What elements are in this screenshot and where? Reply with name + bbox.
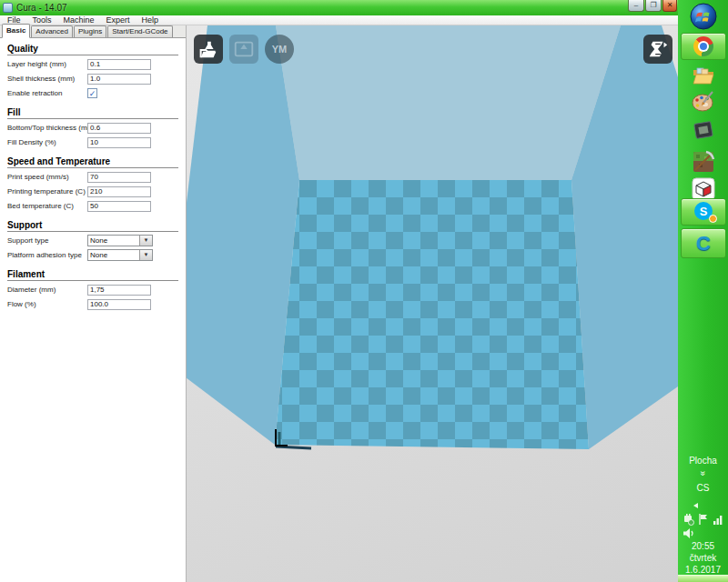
taskbar-explorer-button[interactable] <box>678 65 728 86</box>
setting-dropdown[interactable]: None▼ <box>87 249 153 261</box>
youmagine-label: YM <box>272 44 288 55</box>
network-signal-icon[interactable] <box>712 513 724 526</box>
section-title: Filament <box>7 269 178 281</box>
setting-input[interactable] <box>87 59 151 70</box>
tab-basic[interactable]: Basic <box>2 24 30 38</box>
settings-panel: QualityLayer height (mm)Shell thickness … <box>0 38 186 310</box>
taskbar-cura-button[interactable]: C <box>681 228 726 258</box>
maximize-button[interactable]: ❐ <box>645 0 662 12</box>
menubar: FileToolsMachineExpertHelp <box>0 15 678 25</box>
taskbar: S C Plocha » CS <box>678 0 728 582</box>
load-model-icon <box>197 37 220 61</box>
folder-icon <box>692 65 715 86</box>
start-orb-icon <box>690 3 717 30</box>
dropdown-value: None <box>88 251 139 259</box>
section-title: Support <box>7 220 178 232</box>
setting-label: Shell thickness (mm) <box>7 75 87 83</box>
settings-row: Diameter (mm) <box>7 284 178 296</box>
settings-row: Printing temperature (C) <box>7 186 178 197</box>
titlebar[interactable]: Cura - 14.07 – ❐ ✕ <box>0 0 678 15</box>
tray-expand-button[interactable] <box>678 502 728 509</box>
close-button[interactable]: ✕ <box>662 0 677 12</box>
setting-label: Diameter (mm) <box>7 286 87 294</box>
taskbar-skype-button[interactable]: S <box>681 198 726 226</box>
settings-sidebar: BasicAdvancedPluginsStart/End-GCode Qual… <box>0 25 187 582</box>
tab-plugins[interactable]: Plugins <box>74 25 106 37</box>
setting-label: Fill Density (%) <box>7 138 87 146</box>
toolpath-icon <box>232 37 256 61</box>
settings-row: Platform adhesion typeNone▼ <box>7 249 178 261</box>
taskbar-photo-viewer-button[interactable] <box>678 119 728 141</box>
window-controls: – ❐ ✕ <box>628 0 677 12</box>
tab-advanced[interactable]: Advanced <box>31 25 73 37</box>
section-title: Speed and Temperature <box>7 156 178 168</box>
minimize-button[interactable]: – <box>628 0 644 12</box>
clock-time[interactable]: 20:55 <box>678 541 728 551</box>
desktop-screen: Cura - 14.07 – ❐ ✕ FileToolsMachineExper… <box>0 0 728 582</box>
show-desktop-button[interactable] <box>678 575 728 582</box>
bed-front-edge-shadow <box>276 447 311 448</box>
setting-input[interactable] <box>87 74 151 85</box>
setting-input[interactable] <box>87 172 151 183</box>
language-indicator[interactable]: CS <box>678 483 728 493</box>
tray-expand-arrow-icon <box>693 502 700 509</box>
setting-input[interactable] <box>87 186 151 197</box>
print-bed-floor <box>275 180 589 449</box>
menu-item-tools[interactable]: Tools <box>33 15 52 25</box>
tab-start-end-gcode[interactable]: Start/End-GCode <box>107 25 172 37</box>
setting-label: Printing temperature (C) <box>7 187 87 196</box>
3d-viewport[interactable]: YM <box>187 25 678 582</box>
action-center-flag-icon[interactable] <box>697 513 709 526</box>
setting-label: Layer height (mm) <box>7 60 87 68</box>
view-mode-button[interactable] <box>643 35 672 64</box>
setting-label: Platform adhesion type <box>7 251 87 259</box>
tray-icons <box>678 513 728 526</box>
taskbar-chrome-button[interactable] <box>681 33 726 60</box>
settings-row: Layer height (mm) <box>7 58 178 70</box>
start-button[interactable] <box>678 3 728 30</box>
setting-input[interactable] <box>87 285 151 296</box>
settings-row: Print speed (mm/s) <box>7 171 178 183</box>
menu-item-expert[interactable]: Expert <box>106 15 130 25</box>
view-mode-icon <box>646 37 670 61</box>
build-volume-back-wall <box>276 25 621 180</box>
volume-button[interactable] <box>678 527 728 539</box>
settings-row: Support typeNone▼ <box>7 235 178 246</box>
menu-item-help[interactable]: Help <box>142 15 159 25</box>
dropdown-value: None <box>88 236 139 245</box>
window-title: Cura - 14.07 <box>16 3 67 13</box>
setting-label: Flow (%) <box>7 300 87 308</box>
section-title: Fill <box>7 107 178 119</box>
setting-checkbox[interactable]: ✓ <box>87 88 97 98</box>
cura-app-icon <box>3 3 13 13</box>
menu-item-machine[interactable]: Machine <box>64 15 95 25</box>
clock-day[interactable]: čtvrtek <box>678 553 728 563</box>
build-volume-scene <box>187 25 678 582</box>
taskbar-minecraft-button[interactable] <box>678 150 728 174</box>
desktop-toolbar-label[interactable]: Plocha <box>678 456 728 466</box>
settings-row: Bed temperature (C) <box>7 200 178 212</box>
setting-input[interactable] <box>87 137 151 148</box>
settings-row: Fill Density (%) <box>7 136 178 148</box>
clock-date[interactable]: 1.6.2017 <box>678 565 728 575</box>
settings-row: Shell thickness (mm) <box>7 73 178 85</box>
toolbar-chevron[interactable]: » <box>678 468 728 478</box>
usb-device-icon[interactable] <box>682 513 694 526</box>
settings-row: Enable retraction✓ <box>7 87 178 99</box>
cura-taskbar-icon: C <box>696 232 711 256</box>
load-model-button[interactable] <box>194 35 223 64</box>
setting-input[interactable] <box>87 123 151 134</box>
setting-input[interactable] <box>87 201 151 212</box>
settings-row: Bottom/Top thickness (mm) <box>7 122 178 134</box>
dropdown-arrow-icon: ▼ <box>139 236 152 246</box>
youmagine-share-button[interactable]: YM <box>265 35 294 64</box>
speaker-icon <box>682 527 697 539</box>
taskbar-paint-button[interactable] <box>678 90 728 113</box>
photo-viewer-icon <box>693 119 714 141</box>
setting-label: Bed temperature (C) <box>7 202 87 210</box>
toolpath-view-button[interactable] <box>229 35 258 64</box>
setting-input[interactable] <box>87 299 151 310</box>
tab-bar: BasicAdvancedPluginsStart/End-GCode <box>0 25 186 38</box>
minecraft-icon <box>692 150 715 174</box>
setting-dropdown[interactable]: None▼ <box>87 235 153 246</box>
